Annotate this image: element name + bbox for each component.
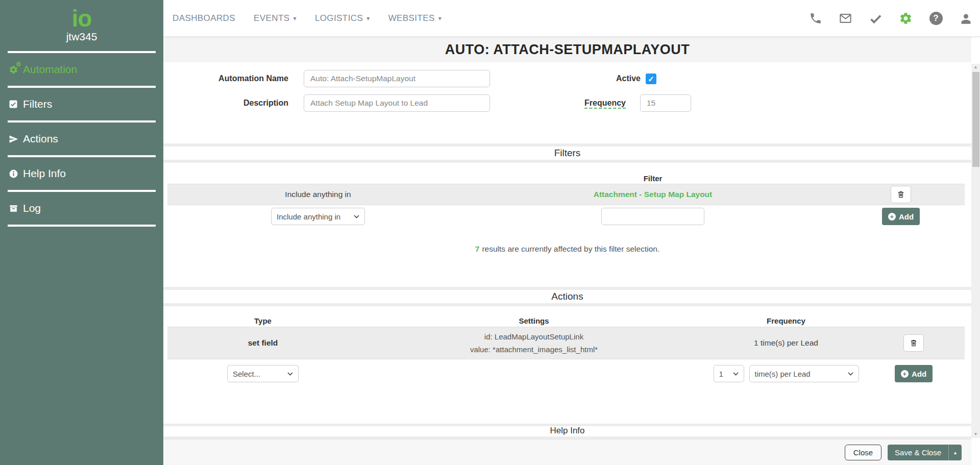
sidebar-item-filters[interactable]: Filters xyxy=(0,88,163,120)
select-value: Include anything in xyxy=(277,212,340,221)
gear-icon[interactable] xyxy=(899,12,913,26)
checkbox-icon xyxy=(7,98,19,110)
nav-websites[interactable]: WEBSITES▾ xyxy=(388,13,442,23)
sidebar-item-automation[interactable]: Automation xyxy=(0,53,163,86)
nav-dashboards[interactable]: DASHBOARDS xyxy=(173,13,235,23)
frequency-label-text: Frequency xyxy=(584,99,626,109)
logo: io jtw345 xyxy=(0,0,163,51)
filter-column-header: Filter xyxy=(469,173,837,184)
page-title: AUTO: ATTACH-SETUPMAPLAYOUT xyxy=(163,37,971,62)
filters-table-header: Filter xyxy=(167,173,965,184)
plus-circle-icon: + xyxy=(901,370,909,378)
chevron-down-icon xyxy=(287,372,293,376)
divider xyxy=(8,225,156,227)
scroll-thumb[interactable] xyxy=(972,72,979,167)
help-section-heading: Help Info xyxy=(163,426,971,436)
action-count-select[interactable]: 1 xyxy=(714,365,744,382)
filter-row: Include anything in Attachment - Setup M… xyxy=(167,184,965,205)
gears-icon xyxy=(7,63,19,76)
delete-filter-button[interactable] xyxy=(891,186,911,203)
save-and-close-label: Save & Close xyxy=(888,445,948,460)
active-checkbox[interactable]: ✓ xyxy=(646,74,656,84)
add-action-button[interactable]: + Add xyxy=(895,365,933,382)
form-row-description: Description Frequency xyxy=(163,93,971,113)
nav-label: WEBSITES xyxy=(388,13,435,23)
action-settings: id: LeadMapLayoutSetupLink value: *attac… xyxy=(470,330,598,356)
delete-action-button[interactable] xyxy=(903,334,924,352)
section-divider xyxy=(163,303,971,306)
filters-header-spacer xyxy=(167,173,469,184)
chevron-down-icon xyxy=(848,372,853,376)
plus-circle-icon: + xyxy=(888,213,896,221)
results-count: 7 xyxy=(475,244,480,253)
chevron-down-icon xyxy=(733,372,739,376)
question-mark-glyph: ? xyxy=(929,12,943,25)
phone-icon[interactable] xyxy=(808,12,822,26)
topbar: DASHBOARDS EVENTS▾ LOGISTICS▾ WEBSITES▾ … xyxy=(163,0,980,37)
info-circle-icon xyxy=(7,167,19,180)
scroll-up-arrow[interactable]: ▲ xyxy=(971,64,980,71)
logo-text: io xyxy=(0,6,163,31)
active-label: Active xyxy=(536,68,641,89)
help-icon[interactable]: ? xyxy=(929,12,943,26)
action-type: set field xyxy=(167,327,358,359)
action-type-select[interactable]: Select... xyxy=(227,365,299,382)
action-settings-id: id: LeadMapLayoutSetupLink xyxy=(470,330,598,343)
filters-section-heading: Filters xyxy=(163,148,971,159)
frequency-input[interactable] xyxy=(640,94,691,112)
sidebar-item-label: Help Info xyxy=(23,167,66,180)
chevron-down-icon xyxy=(354,215,359,218)
scroll-down-arrow[interactable]: ▼ xyxy=(971,431,980,438)
add-filter-button[interactable]: + Add xyxy=(882,208,920,225)
nav-label: LOGISTICS xyxy=(315,13,363,23)
account-id: jtw345 xyxy=(0,31,163,43)
nav-logistics[interactable]: LOGISTICS▾ xyxy=(315,13,370,23)
sidebar-item-label: Automation xyxy=(23,63,77,76)
action-frequency: 1 time(s) per Lead xyxy=(709,327,863,359)
filter-value-link[interactable]: Attachment - Setup Map Layout xyxy=(594,190,713,199)
action-unit-select[interactable]: time(s) per Lead xyxy=(749,365,859,382)
filter-add-row: Include anything in + Add xyxy=(167,206,965,227)
send-icon xyxy=(7,133,19,145)
new-filter-input[interactable] xyxy=(601,208,704,225)
sidebar-item-actions[interactable]: Actions xyxy=(0,123,163,155)
actions-section-heading: Actions xyxy=(163,291,971,302)
nav-label: EVENTS xyxy=(254,13,289,23)
filter-condition: Include anything in xyxy=(167,184,469,205)
trash-icon xyxy=(910,339,918,347)
close-button[interactable]: Close xyxy=(845,445,881,460)
filter-condition-select[interactable]: Include anything in xyxy=(271,208,365,225)
mail-icon[interactable] xyxy=(839,12,852,26)
select-value: Select... xyxy=(233,370,260,378)
sidebar-item-label: Log xyxy=(23,202,41,214)
sidebar-item-help-info[interactable]: Help Info xyxy=(0,157,163,190)
archive-icon xyxy=(7,202,19,214)
chevron-down-icon: ▾ xyxy=(438,15,442,22)
description-input[interactable] xyxy=(304,94,490,112)
chevron-down-icon: ▾ xyxy=(293,15,296,22)
vertical-scrollbar: ▲ ▼ xyxy=(971,64,980,438)
select-value: 1 xyxy=(719,370,723,378)
section-divider xyxy=(163,287,971,290)
save-and-close-button[interactable]: Save & Close ▴ xyxy=(888,445,962,460)
section-divider xyxy=(163,160,971,163)
frequency-label: Frequency xyxy=(521,93,626,113)
action-add-row: Select... 1 time(s) per Lead + Add xyxy=(167,363,965,384)
nav-events[interactable]: EVENTS▾ xyxy=(254,13,297,23)
nav-label: DASHBOARDS xyxy=(173,13,235,23)
main-content: AUTO: ATTACH-SETUPMAPLAYOUT Automation N… xyxy=(163,37,971,465)
user-icon[interactable] xyxy=(959,12,973,26)
chevron-up-icon[interactable]: ▴ xyxy=(948,445,962,460)
chevron-down-icon: ▾ xyxy=(366,15,370,22)
automation-name-input[interactable] xyxy=(304,70,490,87)
topbar-icons: ? xyxy=(808,0,973,37)
action-add-spacer xyxy=(358,363,709,384)
sidebar-item-log[interactable]: Log xyxy=(0,192,163,225)
page-footer: Close Save & Close ▴ xyxy=(163,439,971,465)
app-root: io jtw345 Automation Filters Actions xyxy=(0,0,980,465)
sidebar-item-label: Filters xyxy=(23,98,52,110)
check-glyph: ✓ xyxy=(648,75,654,83)
action-settings-value: value: *attachment_images_list_html* xyxy=(470,343,598,356)
filters-header-spacer xyxy=(837,173,965,184)
check-icon[interactable] xyxy=(869,12,883,26)
